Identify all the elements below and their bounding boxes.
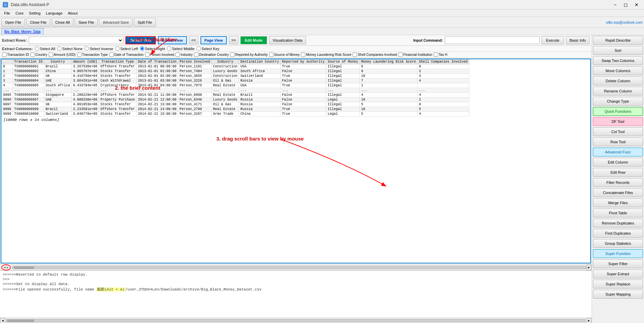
sidebar-move-columns[interactable]: Move Columns [593, 66, 643, 75]
sidebar-rename-column[interactable]: Rename Column [593, 87, 643, 95]
open-file-button[interactable]: Open File [1, 18, 25, 27]
sidebar-quick-functions[interactable]: Quick Functions [593, 107, 643, 116]
table-cell: ... [178, 88, 212, 93]
table-cell: 3 [2, 79, 13, 83]
col-checkbox-amount[interactable]: Amount (USD) [49, 52, 76, 57]
basic-info-button[interactable]: Basic Info [566, 36, 590, 44]
horizontal-scroll-thumb [14, 266, 34, 269]
close-all-button[interactable]: Close All [52, 18, 74, 27]
select-right-radio[interactable]: Select Right [140, 46, 165, 51]
scroll-right-btn-bottom[interactable]: ► [586, 318, 592, 323]
file-tab[interactable]: Big_Black_Money_Data [1, 28, 44, 35]
menu-core[interactable]: Core [13, 10, 26, 16]
sidebar-swap-two-columns[interactable]: Swap Two Columns [593, 56, 643, 65]
select-none-radio[interactable]: Select None [57, 46, 82, 51]
menu-language[interactable]: Language [43, 10, 65, 16]
bottom-horizontal-scrollbar[interactable] [6, 319, 586, 322]
toolbar: Open File Close File Close All Save File… [0, 17, 644, 28]
sidebar-find-duplicates[interactable]: Find Duplicates [593, 229, 643, 238]
table-cell: UK [44, 102, 72, 107]
sidebar-super-mapping[interactable]: Super Mapping [593, 290, 643, 299]
restore-btn[interactable]: ◻ [621, 1, 630, 8]
table-cell: Illegal [326, 74, 360, 79]
data-table-area[interactable]: Transaction ID Country Amount (USD) Tran… [1, 59, 591, 263]
table-cell: Person_6348 [178, 98, 212, 102]
sidebar-row-tool[interactable]: Row Tool [593, 137, 643, 146]
select-middle-radio[interactable]: Select Middle [167, 46, 194, 51]
th-destination: Destination Country [239, 60, 281, 64]
input-command-field[interactable] [445, 37, 540, 44]
split-file-button[interactable]: Split File [134, 18, 156, 27]
sidebar-edit-column[interactable]: Edit Column [593, 158, 643, 167]
col-checkbox-country[interactable]: Country [30, 52, 47, 57]
table-cell: Person_6998 [178, 93, 212, 98]
col-checkbox-person[interactable]: Person Involved [145, 52, 174, 57]
sidebar-remove-duplicates[interactable]: Remove Duplicates [593, 219, 643, 228]
sidebar-col-tool[interactable]: Col Tool [593, 127, 643, 136]
select-inverse-radio[interactable]: Select Inverse [85, 46, 113, 51]
col-checkbox-industry[interactable]: Industry [175, 52, 193, 57]
col-checkbox-reported[interactable]: Reported by Authority [230, 52, 268, 57]
sidebar-super-function[interactable]: Super Function [593, 249, 643, 258]
extract-rows-select[interactable] [29, 37, 123, 44]
visualization-button[interactable]: Visualization Data [269, 36, 306, 44]
sidebar-super-replace[interactable]: Super Replace [593, 280, 643, 288]
sidebar-change-type[interactable]: Change Type [593, 97, 643, 106]
table-cell: Brazil [44, 64, 72, 69]
menu-file[interactable]: File [1, 10, 13, 16]
sidebar-super-extract[interactable]: Super Extract [593, 270, 643, 278]
sidebar-sort[interactable]: Sort [593, 46, 643, 55]
edit-mode-button[interactable]: Edit Mode [240, 36, 267, 44]
advanced-save-button[interactable]: Advanced Save [99, 18, 133, 27]
col-checkbox-date[interactable]: Date of Transaction [109, 52, 144, 57]
sidebar-df-tool[interactable]: DF Tool [593, 117, 643, 126]
sidebar-super-filter[interactable]: Super Filter [593, 259, 643, 268]
controls-row: Extract Rows: Default View Global View <… [0, 35, 592, 46]
sidebar-filter-records[interactable]: Filter Records [593, 178, 643, 187]
scroll-right-btn[interactable]: ► [586, 265, 592, 270]
table-cell: TX0000009997 [13, 98, 44, 102]
select-left-radio[interactable]: Select Left [115, 46, 138, 51]
scroll-left-btn-bottom[interactable]: ◄ [0, 318, 5, 323]
table-cell: South Africa [44, 83, 72, 88]
col-checkbox-shell[interactable]: Shell Companies Involved [353, 52, 397, 57]
sidebar-group-statistics[interactable]: Group Statistics [593, 239, 643, 248]
col-checkbox-tax[interactable]: Tax H [434, 52, 448, 57]
execute-button[interactable]: Execute [542, 36, 564, 44]
table-cell: ... [239, 88, 281, 93]
menu-setting[interactable]: Setting [26, 10, 43, 16]
col-checkbox-financial[interactable]: Financial Institution [398, 52, 432, 57]
table-cell: 2.200229e+06 [72, 93, 99, 98]
sidebar-advanced-func[interactable]: Advanced Func [593, 148, 643, 156]
sidebar-rapid-describe[interactable]: Rapid Describe [593, 36, 643, 45]
col-checkbox-source[interactable]: Source of Money [269, 52, 300, 57]
col-checkbox-transaction-type[interactable]: Transaction Type [77, 52, 108, 57]
column-checkboxes: Transaction ID Country Amount (USD) Tran… [0, 52, 592, 58]
close-file-button[interactable]: Close File [26, 18, 50, 27]
next-nav-button[interactable]: >> [229, 36, 238, 44]
default-view-button[interactable]: Default View [125, 36, 156, 44]
save-file-button[interactable]: Save File [75, 18, 98, 27]
col-checkbox-risk[interactable]: Money Laundering Risk Score [301, 52, 351, 57]
sidebar-delete-column[interactable]: Delete Column [593, 77, 643, 85]
prev-nav-button[interactable]: << [189, 36, 198, 44]
select-key-radio[interactable]: Select Key [196, 46, 219, 51]
col-checkbox-transaction-id[interactable]: Transaction ID [2, 52, 29, 57]
th-source: Source of Money [326, 60, 360, 64]
menu-about[interactable]: About [65, 10, 80, 16]
log-area[interactable]: >>>>>>Reverted to default row display. >… [0, 270, 592, 318]
table-cell: 2014-02-21 13:00:00 [137, 102, 178, 107]
horizontal-scrollbar[interactable] [12, 266, 586, 269]
table-cell: Brazil [44, 107, 72, 112]
col-checkbox-destination[interactable]: Destination Country [194, 52, 229, 57]
global-view-button[interactable]: Global View [158, 36, 187, 44]
select-all-radio[interactable]: Select All [35, 46, 55, 51]
sidebar-concatenate-files[interactable]: Concatenate Files [593, 188, 643, 197]
page-view-button[interactable]: Page View [200, 36, 227, 44]
close-btn[interactable]: ✕ [632, 1, 641, 8]
titlebar-controls[interactable]: − ◻ ✕ [610, 1, 641, 8]
sidebar-pivot-table[interactable]: Pivot Table [593, 209, 643, 217]
sidebar-merge-files[interactable]: Merge Files [593, 198, 643, 207]
sidebar-edit-row[interactable]: Edit Row [593, 168, 643, 177]
minimize-btn[interactable]: − [610, 1, 620, 8]
